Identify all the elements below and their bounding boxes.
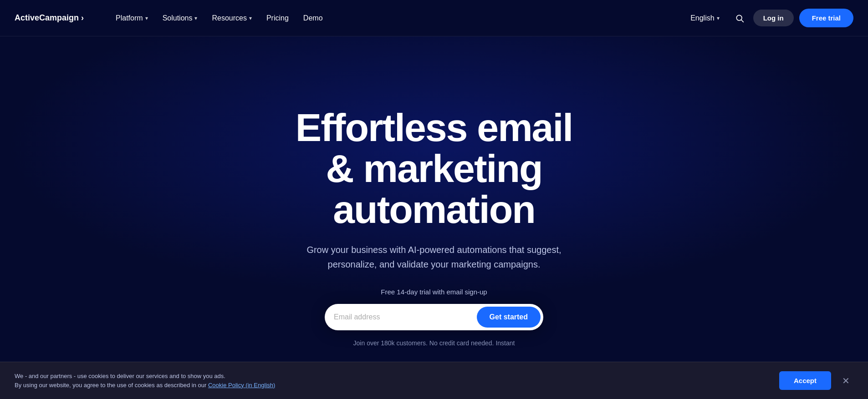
nav-left: ActiveCampaign › Platform ▾ Solutions ▾ … — [15, 10, 329, 26]
svg-line-1 — [741, 20, 743, 22]
chevron-down-icon: ▾ — [145, 15, 148, 21]
language-selector[interactable]: English ▾ — [684, 10, 725, 26]
chevron-down-icon: ▾ — [249, 15, 252, 21]
email-form: Get started — [325, 304, 543, 330]
nav-demo[interactable]: Demo — [297, 10, 329, 26]
email-input[interactable] — [334, 309, 477, 325]
cookie-text: We - and our partners - use cookies to d… — [15, 372, 275, 389]
get-started-button[interactable]: Get started — [477, 307, 541, 328]
hero-subtitle: Grow your business with AI-powered autom… — [306, 242, 562, 272]
nav-resources[interactable]: Resources ▾ — [205, 10, 258, 26]
cookie-banner: We - and our partners - use cookies to d… — [0, 362, 868, 399]
accept-cookies-button[interactable]: Accept — [779, 371, 831, 390]
nav-solutions[interactable]: Solutions ▾ — [156, 10, 204, 26]
cookie-policy-link[interactable]: Cookie Policy (in English) — [208, 382, 275, 389]
search-button[interactable] — [731, 10, 748, 26]
nav-pricing[interactable]: Pricing — [260, 10, 295, 26]
close-cookie-button[interactable]: ✕ — [838, 374, 853, 388]
nav-platform[interactable]: Platform ▾ — [109, 10, 154, 26]
cookie-actions: Accept ✕ — [779, 371, 853, 390]
login-button[interactable]: Log in — [753, 10, 794, 26]
hero-small-text: Join over 180k customers. No credit card… — [353, 339, 515, 347]
hero-section: Effortless email & marketing automation … — [0, 36, 868, 399]
chevron-down-icon: ▾ — [194, 15, 197, 21]
navbar: ActiveCampaign › Platform ▾ Solutions ▾ … — [0, 0, 868, 36]
nav-right: English ▾ Log in Free trial — [684, 9, 853, 27]
free-trial-button[interactable]: Free trial — [799, 9, 853, 27]
chevron-down-icon: ▾ — [717, 15, 720, 21]
search-icon — [735, 14, 744, 23]
logo[interactable]: ActiveCampaign › — [15, 13, 84, 23]
trial-label: Free 14-day trial with email sign-up — [381, 288, 487, 296]
hero-title: Effortless email & marketing automation — [229, 107, 639, 230]
nav-links: Platform ▾ Solutions ▾ Resources ▾ Prici… — [109, 10, 329, 26]
